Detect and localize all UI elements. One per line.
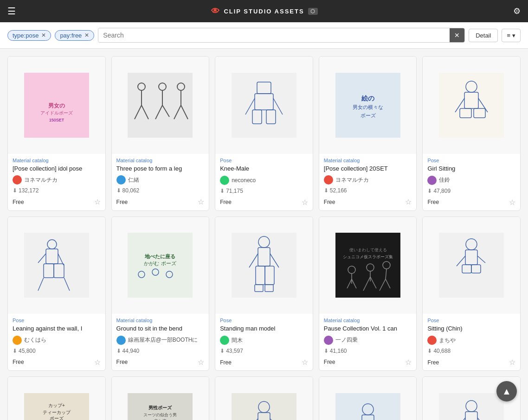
- card-title: Ground to sit in the bend: [116, 325, 205, 333]
- card-title: [Pose collection] idol pose: [13, 165, 101, 173]
- asset-card[interactable]: Pose Crouching pose Free ☆: [319, 376, 417, 420]
- svg-text:150SET: 150SET: [49, 118, 64, 122]
- pose-image: [423, 57, 520, 154]
- card-type: Pose: [427, 158, 515, 163]
- asset-card[interactable]: Pose Sitting pose Free ☆: [215, 376, 313, 420]
- pose-image: [215, 57, 313, 154]
- asset-card[interactable]: カップ+ ティーカップ ポーズ Pose Cup + Tea cup pose …: [7, 376, 106, 420]
- sort-icon: ≡: [507, 32, 510, 39]
- card-body: Pose Girl Sitting 佳鈴 ⬇ 47,809: [423, 154, 520, 198]
- download-count: ⬇ 41,160: [324, 348, 412, 354]
- asset-card[interactable]: Pose Sitting (Chin) まちや ⬇ 40,688 Free ☆: [422, 216, 521, 371]
- search-input-wrap: ✕: [98, 28, 465, 43]
- download-icon: ⬇: [13, 187, 17, 194]
- asset-card[interactable]: Pose Leaning against the wall, I むくはら ⬇ …: [7, 216, 106, 371]
- favorite-button[interactable]: ☆: [94, 197, 101, 206]
- download-icon: ⬇: [324, 348, 328, 354]
- card-type: Material catalog: [324, 158, 412, 163]
- header-badge: ⬡: [308, 8, 318, 15]
- card-author: ヨネマルチカ: [324, 175, 412, 185]
- favorite-button[interactable]: ☆: [198, 197, 204, 206]
- pose-image: [423, 217, 520, 314]
- header-center: 👁 CLIP STUDIO ASSETS ⬡: [211, 6, 317, 16]
- card-body: Pose Standing man model 間木 ⬇ 43,597: [215, 314, 313, 358]
- card-author: むくはら: [13, 336, 101, 345]
- pose-image: [215, 217, 313, 314]
- favorite-button[interactable]: ☆: [405, 197, 412, 206]
- author-name: 線画屋本店@一部BOOTHに: [128, 336, 198, 344]
- author-name: 仁緒: [128, 176, 139, 184]
- asset-card[interactable]: Pose Standing man model 間木 ⬇ 43,597 Free…: [215, 216, 313, 371]
- download-count: ⬇ 132,172: [13, 187, 101, 194]
- app-title: CLIP STUDIO ASSETS: [224, 8, 304, 15]
- favorite-button[interactable]: ☆: [94, 358, 101, 367]
- card-thumbnail: [423, 57, 520, 154]
- author-name: 佳鈴: [439, 176, 450, 184]
- sort-button[interactable]: ≡ ▾: [502, 29, 521, 42]
- card-footer: Free ☆: [423, 198, 520, 210]
- card-footer: Free ☆: [319, 197, 417, 210]
- favorite-button[interactable]: ☆: [509, 358, 515, 367]
- download-count: ⬇ 71,175: [220, 188, 308, 194]
- card-thumbnail: カップ+ ティーカップ ポーズ: [8, 377, 105, 420]
- favorite-button[interactable]: ☆: [198, 358, 204, 367]
- asset-card[interactable]: 男性ポーズ スーツの似合う男 ～立ち姿～ Pose Male pose suit…: [111, 376, 210, 420]
- svg-text:男女の: 男女の: [48, 102, 65, 109]
- card-type: Pose: [220, 318, 308, 323]
- svg-rect-17: [232, 73, 296, 138]
- svg-text:使いまわして使える: 使いまわして使える: [349, 248, 386, 252]
- card-body: Material catalog [Pose collection] 20SET…: [319, 154, 417, 198]
- download-icon: ⬇: [427, 188, 432, 194]
- card-title: Standing man model: [220, 325, 308, 333]
- pose-image: [319, 377, 417, 420]
- search-input[interactable]: [98, 29, 450, 42]
- asset-card[interactable]: 男女の アイドルポーズ 150SET Material catalog [Pos…: [7, 56, 106, 211]
- asset-card[interactable]: 絵の 男女の横々な ボーズ Material catalog [Pose col…: [319, 56, 417, 211]
- card-author: 間木: [220, 336, 308, 345]
- card-thumbnail: 使いまわして使える シュニコメ仮スラポーズ集: [319, 217, 417, 314]
- svg-text:男女の横々な: 男女の横々な: [353, 104, 383, 110]
- tag-pay-label: pay:free: [60, 32, 82, 39]
- detail-button[interactable]: Detail: [469, 29, 498, 42]
- svg-text:絵の: 絵の: [361, 95, 374, 102]
- author-name: neconeco: [232, 177, 256, 184]
- asset-card[interactable]: Pose Knee-Male neconeco ⬇ 71,175 Free ☆: [215, 56, 313, 211]
- search-clear-button[interactable]: ✕: [450, 28, 464, 42]
- card-title: Three pose to form a leg: [116, 165, 205, 173]
- card-author: ヨネマルチカ: [13, 175, 101, 185]
- tag-pay-close[interactable]: ✕: [84, 32, 89, 38]
- favorite-button[interactable]: ☆: [302, 198, 308, 207]
- tag-type-close[interactable]: ✕: [41, 32, 46, 38]
- asset-card[interactable]: 使いまわして使える シュニコメ仮スラポーズ集 Material catalog …: [319, 216, 417, 371]
- card-footer: Free ☆: [112, 358, 209, 370]
- logo-icon: 👁: [211, 6, 220, 16]
- scroll-to-top-button[interactable]: ▲: [496, 381, 517, 401]
- favorite-button[interactable]: ☆: [302, 358, 308, 367]
- price-badge: Free: [220, 199, 232, 205]
- author-name: ヨネマルチカ: [335, 176, 369, 184]
- tag-pay-free[interactable]: pay:free ✕: [55, 30, 94, 41]
- card-author: neconeco: [220, 176, 308, 185]
- price-badge: Free: [324, 359, 335, 365]
- author-name: むくはら: [24, 336, 46, 344]
- favorite-button[interactable]: ☆: [509, 198, 515, 207]
- favorite-button[interactable]: ☆: [405, 358, 412, 367]
- asset-card[interactable]: Pose Girl Sitting 佳鈴 ⬇ 47,809 Free ☆: [422, 56, 521, 211]
- asset-card[interactable]: 地べたに座る かがむ ポーズ Material catalog Ground t…: [111, 216, 210, 371]
- card-body: Material catalog Three pose to form a le…: [112, 154, 209, 198]
- svg-text:シュニコメ仮スラポーズ集: シュニコメ仮スラポーズ集: [343, 255, 393, 259]
- settings-icon[interactable]: ⚙: [513, 6, 521, 16]
- pose-image: カップ+ ティーカップ ポーズ: [8, 377, 105, 420]
- tag-type-pose[interactable]: type:pose ✕: [7, 30, 51, 41]
- card-thumbnail: [112, 57, 209, 154]
- svg-text:ティーカップ: ティーカップ: [43, 410, 71, 415]
- pose-image: 男女の アイドルポーズ 150SET: [8, 57, 105, 154]
- menu-icon[interactable]: ☰: [7, 6, 16, 17]
- svg-text:スーツの似合う男: スーツの似合う男: [143, 413, 177, 417]
- price-badge: Free: [116, 359, 128, 365]
- download-icon: ⬇: [220, 188, 225, 194]
- svg-text:ポーズ: ポーズ: [50, 416, 64, 420]
- card-footer: Free ☆: [319, 358, 417, 370]
- asset-card[interactable]: Material catalog Three pose to form a le…: [111, 56, 210, 211]
- pose-image: 男性ポーズ スーツの似合う男 ～立ち姿～: [112, 377, 209, 420]
